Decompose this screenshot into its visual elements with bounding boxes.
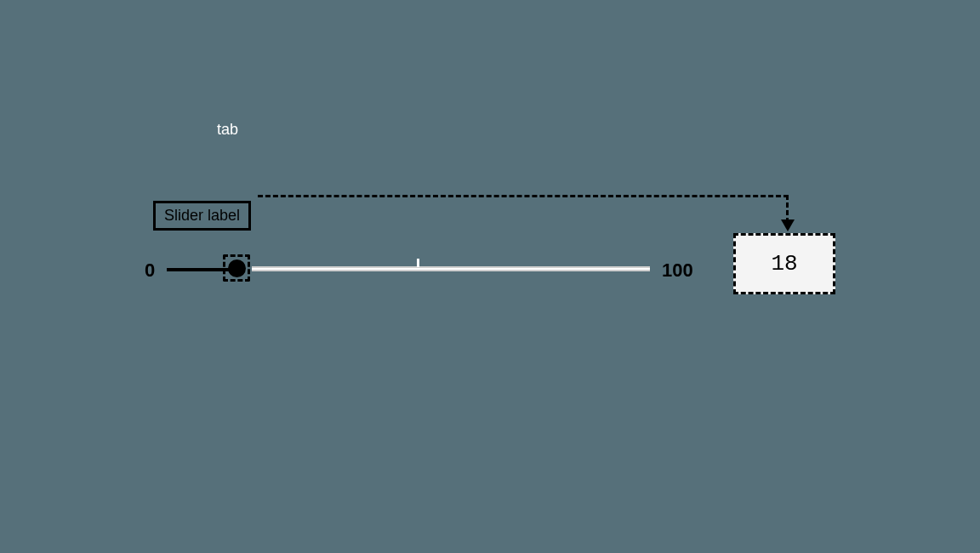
slider-track[interactable] — [252, 266, 650, 271]
focus-flow-arrow-h — [258, 195, 789, 197]
arrow-down-icon — [781, 219, 795, 231]
slider-min-label: 0 — [145, 259, 155, 282]
slider-tick — [417, 259, 419, 267]
tab-key-annotation: tab — [217, 121, 238, 139]
slider-thumb[interactable] — [228, 259, 246, 277]
slider-label: Slider label — [153, 201, 251, 231]
slider-value-input[interactable]: 18 — [733, 233, 835, 294]
slider-max-label: 100 — [662, 259, 693, 282]
